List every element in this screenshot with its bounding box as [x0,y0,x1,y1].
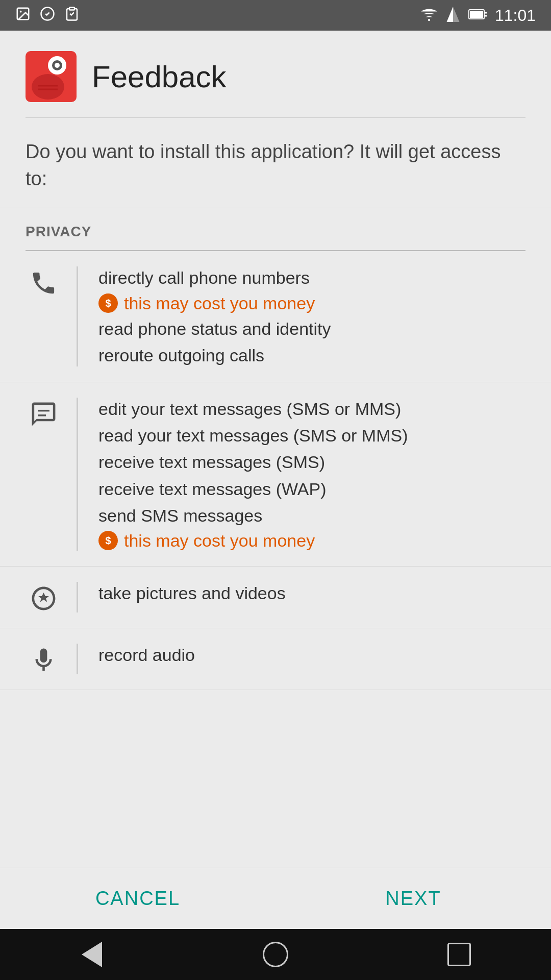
svg-rect-8 [470,11,483,18]
svg-point-1 [20,10,22,12]
mic-bar [77,644,78,674]
perm-reroute: reroute outgoing calls [98,344,525,366]
perm-sms-cost-warning: this may cost you money [98,531,525,551]
sms-bar [77,398,78,551]
mic-icon [26,644,61,674]
status-bar-right-icons: 11:01 [420,6,536,25]
camera-bar [77,582,78,612]
phone-icon [26,266,61,297]
app-icon [26,51,77,102]
app-header: Feedback [0,31,551,117]
next-button[interactable]: NEXT [276,877,551,920]
cost-icon-2 [98,531,118,550]
recent-button[interactable] [444,939,474,970]
wifi-icon [420,7,438,23]
check-circle-icon [40,6,55,25]
permissions-section: PRIVACY directly call phone numbers this… [0,208,551,868]
permission-sms-group: edit your text messages (SMS or MMS) rea… [0,382,551,567]
camera-icon [26,582,61,612]
mic-permissions: record audio [98,644,525,666]
permission-phone-group: directly call phone numbers this may cos… [0,251,551,382]
svg-marker-6 [446,7,453,22]
message-icon [26,398,61,428]
status-bar-left-icons [15,6,80,25]
phone-permissions: directly call phone numbers this may cos… [98,266,525,366]
phone-bar [77,266,78,366]
battery-icon [468,7,487,23]
perm-call-cost-warning: this may cost you money [98,293,525,313]
svg-marker-5 [453,7,460,22]
svg-rect-3 [69,7,74,10]
permission-mic-group: record audio [0,628,551,690]
svg-point-14 [55,63,60,68]
signal-icon [446,7,460,24]
recent-icon [447,943,471,966]
perm-receive-wap: receive text messages (WAP) [98,478,525,500]
svg-point-4 [428,19,430,21]
cost-icon-1 [98,293,118,313]
perm-read-sms: read your text messages (SMS or MMS) [98,424,525,447]
app-title: Feedback [92,59,227,94]
sms-permissions: edit your text messages (SMS or MMS) rea… [98,398,525,551]
status-bar: 11:01 [0,0,551,31]
perm-call-numbers: directly call phone numbers [98,266,525,289]
main-content: Feedback Do you want to install this app… [0,31,551,929]
perm-receive-sms: receive text messages (SMS) [98,451,525,473]
camera-permissions: take pictures and videos [98,582,525,604]
perm-mic: record audio [98,644,525,666]
cancel-button[interactable]: CANCEL [0,877,276,920]
nav-bar [0,929,551,980]
svg-point-15 [32,74,64,100]
perm-phone-status: read phone status and identity [98,317,525,340]
perm-camera: take pictures and videos [98,582,525,604]
clipboard-icon [64,6,80,25]
status-time: 11:01 [495,6,536,25]
back-button[interactable] [77,939,107,970]
perm-edit-sms: edit your text messages (SMS or MMS) [98,398,525,420]
permission-camera-group: take pictures and videos [0,567,551,628]
bottom-buttons: CANCEL NEXT [0,868,551,929]
back-icon [82,942,102,967]
privacy-section-label: PRIVACY [0,208,551,250]
home-button[interactable] [260,939,291,970]
image-icon [15,6,31,25]
install-question: Do you want to install this application?… [0,118,551,208]
perm-send-sms: send SMS messages [98,504,525,527]
home-icon [263,942,288,967]
